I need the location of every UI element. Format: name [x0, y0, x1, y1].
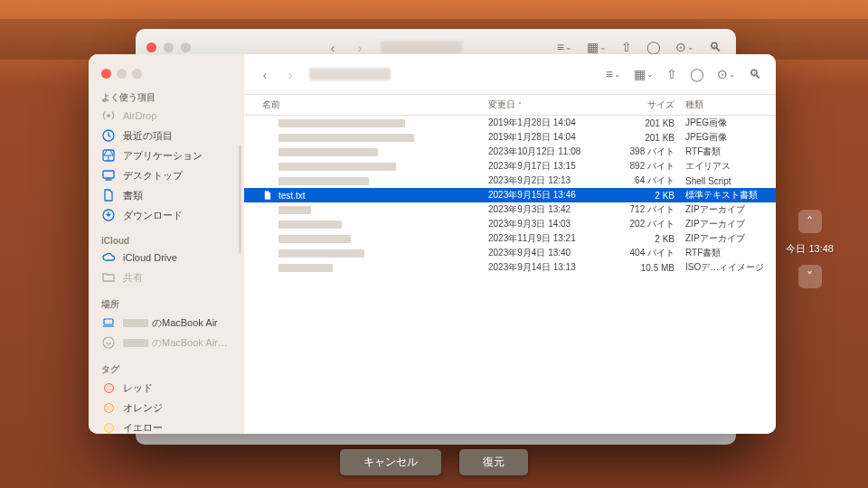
file-size: 201 KB — [617, 118, 682, 128]
share-icon[interactable]: ⇧ — [663, 64, 681, 84]
sidebar-tag[interactable]: イエロー — [89, 418, 244, 434]
more-icon[interactable]: ⊙ ⌄ — [713, 64, 740, 84]
sidebar-item-label: ダウンロード — [123, 209, 183, 222]
file-size: 201 KB — [617, 133, 682, 143]
col-name[interactable]: 名前 — [262, 99, 280, 111]
file-kind: Shell Script — [682, 176, 776, 186]
sidebar-heading-icloud: iCloud — [89, 232, 244, 248]
file-kind: JPEG画像 — [682, 131, 776, 144]
sidebar-item-fav[interactable]: ダウンロード — [89, 205, 244, 225]
filename-redacted — [278, 235, 351, 243]
min-dot-back — [164, 42, 174, 52]
restore-button[interactable]: 復元 — [459, 449, 528, 475]
sidebar-item-label: イエロー — [123, 421, 163, 435]
file-size: 404 バイト — [617, 247, 682, 259]
file-icon — [262, 233, 273, 244]
table-row[interactable]: 2023年9月3日 13:42712 バイトZIPアーカイブ — [244, 202, 776, 217]
tag-icon[interactable]: ◯ — [686, 64, 708, 84]
sort-asc-icon: ˄ — [518, 101, 522, 109]
close-dot[interactable] — [101, 69, 111, 79]
col-size[interactable]: サイズ — [647, 99, 675, 109]
sidebar: よく使う項目 AirDrop最近の項目アプリケーションデスクトップ書類ダウンロー… — [89, 54, 244, 434]
back-button[interactable]: ‹ — [255, 63, 275, 85]
file-date: 2023年11月9日 13:21 — [488, 232, 617, 245]
laptop-icon — [101, 315, 116, 330]
table-row[interactable]: 2023年9月2日 12:1364 バイトShell Script — [244, 174, 776, 188]
file-kind: ZIPアーカイブ — [682, 232, 776, 245]
table-row[interactable]: test.txt2023年9月15日 13:462 KB標準テキスト書類 — [244, 188, 776, 202]
cloud-icon — [101, 250, 116, 265]
group-icon[interactable]: ▦ ⌄ — [630, 64, 657, 84]
file-date: 2023年9月3日 14:03 — [488, 218, 617, 230]
timeline-down-button[interactable]: ˅ — [798, 265, 822, 288]
table-row[interactable]: 2023年9月3日 14:03202 バイトZIPアーカイブ — [244, 217, 776, 231]
file-size: 10.5 MB — [617, 263, 682, 273]
sidebar-item-loc[interactable]: のMacBook Air… — [89, 333, 244, 352]
max-dot-back — [181, 42, 191, 52]
file-date: 2023年9月14日 13:13 — [488, 261, 617, 274]
sidebar-tag[interactable]: オレンジ — [89, 398, 244, 418]
table-row[interactable]: 2023年9月17日 13:15892 バイトエイリアス — [244, 159, 776, 174]
sidebar-item-fav[interactable]: デスクトップ — [89, 165, 244, 185]
sidebar-item-icloud[interactable]: iCloud Drive — [89, 248, 244, 267]
folder-title-back — [381, 41, 462, 53]
table-row[interactable]: 2023年10月12日 11:08398 バイトRTF書類 — [244, 145, 776, 159]
table-row[interactable]: 2019年1月28日 14:04201 KBJPEG画像 — [244, 130, 776, 145]
view-list-icon[interactable]: ≡ ⌄ — [602, 64, 625, 84]
clock-icon — [101, 128, 116, 143]
folder-title — [309, 68, 391, 80]
filename-redacted — [278, 264, 333, 272]
file-icon — [262, 190, 273, 201]
col-kind[interactable]: 種類 — [685, 99, 703, 109]
sidebar-item-loc[interactable]: のMacBook Air — [89, 313, 244, 333]
file-icon — [262, 262, 273, 273]
filename-redacted — [278, 134, 414, 142]
table-row[interactable]: 2023年9月4日 13:40404 バイトRTF書類 — [244, 246, 776, 260]
file-kind: RTF書類 — [682, 145, 776, 158]
file-icon — [262, 117, 273, 128]
tag-dot-icon — [101, 380, 116, 395]
search-icon[interactable]: 🔍︎ — [745, 64, 765, 84]
sidebar-item-fav[interactable]: アプリケーション — [89, 145, 244, 165]
sidebar-item-label: 書類 — [123, 189, 143, 202]
bottom-buttons: キャンセル 復元 — [0, 449, 868, 475]
cancel-button[interactable]: キャンセル — [340, 449, 441, 475]
sidebar-item-label: のMacBook Air — [152, 316, 218, 330]
file-size: 2 KB — [617, 191, 682, 201]
sidebar-item-fav[interactable]: 最近の項目 — [89, 126, 244, 145]
max-dot — [132, 69, 142, 79]
sidebar-item-fav[interactable]: AirDrop — [89, 106, 244, 126]
sidebar-item-label: のMacBook Air… — [152, 336, 228, 350]
file-kind: ISOデ…ィイメージ — [682, 261, 776, 274]
file-kind: エイリアス — [682, 160, 776, 173]
file-kind: ZIPアーカイブ — [682, 203, 776, 216]
col-modified[interactable]: 変更日 — [488, 99, 515, 109]
file-icon — [262, 204, 273, 215]
sidebar-item-fav[interactable]: 書類 — [89, 185, 244, 205]
apps-icon — [101, 148, 116, 163]
filename: test.txt — [278, 191, 305, 201]
file-size: 2 KB — [617, 234, 682, 244]
file-icon — [262, 161, 273, 172]
forward-button[interactable]: › — [280, 63, 300, 85]
table-header[interactable]: 名前 変更日 ˄ サイズ 種類 — [244, 94, 776, 116]
close-dot-back[interactable] — [146, 42, 156, 52]
filename-redacted — [278, 163, 396, 171]
file-list[interactable]: 2019年1月28日 14:04201 KBJPEG画像2019年1月28日 1… — [244, 116, 776, 434]
file-icon — [262, 248, 273, 258]
file-size: 712 バイト — [617, 203, 682, 216]
file-date: 2023年9月3日 13:42 — [488, 203, 617, 216]
file-size: 64 バイト — [617, 174, 682, 187]
folder-icon — [101, 270, 116, 285]
file-kind: RTF書類 — [682, 247, 776, 259]
svg-point-0 — [107, 114, 110, 117]
table-row[interactable]: 2023年11月9日 13:212 KBZIPアーカイブ — [244, 231, 776, 246]
table-row[interactable]: 2019年1月28日 14:04201 KBJPEG画像 — [244, 116, 776, 130]
filename-redacted — [278, 221, 342, 229]
file-date: 2023年9月17日 13:15 — [488, 160, 617, 173]
sidebar-tag[interactable]: レッド — [89, 378, 244, 398]
timeline-up-button[interactable]: ˄ — [798, 210, 822, 233]
sidebar-item-icloud[interactable]: 共有 — [89, 267, 244, 287]
filename-redacted — [278, 206, 311, 214]
table-row[interactable]: 2023年9月14日 13:1310.5 MBISOデ…ィイメージ — [244, 260, 776, 275]
